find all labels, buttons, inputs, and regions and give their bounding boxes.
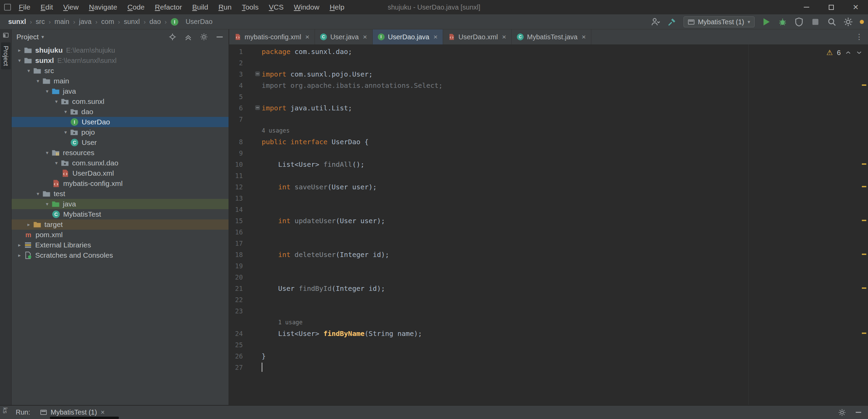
usage-hint[interactable]: 1 usage bbox=[262, 319, 303, 326]
chevron-right-icon[interactable]: ▸ bbox=[15, 47, 24, 53]
line-number[interactable]: 11 bbox=[229, 172, 243, 179]
panel-settings-gear-icon[interactable] bbox=[200, 33, 208, 41]
close-tab-icon[interactable]: × bbox=[363, 33, 367, 41]
line-number[interactable]: 8 bbox=[229, 138, 243, 146]
fold-column[interactable] bbox=[243, 136, 262, 147]
line-number[interactable]: 6 bbox=[229, 104, 243, 112]
fold-column[interactable] bbox=[243, 57, 262, 68]
breadcrumb-item[interactable]: dao bbox=[149, 18, 161, 26]
fold-column[interactable] bbox=[243, 204, 262, 215]
debug-icon[interactable] bbox=[778, 17, 787, 27]
tree-item-main[interactable]: ▾main bbox=[12, 76, 229, 86]
editor-tab-user-java[interactable]: CUser.java× bbox=[315, 29, 373, 44]
next-warning-icon[interactable] bbox=[856, 49, 863, 56]
chevron-down-icon[interactable]: ▾ bbox=[43, 88, 52, 94]
fold-column[interactable] bbox=[243, 260, 262, 271]
bottom-stripe-tab-fragment[interactable]: ks bbox=[1, 407, 9, 414]
warning-stripe-mark[interactable] bbox=[862, 186, 866, 187]
line-number[interactable]: 27 bbox=[229, 364, 243, 371]
chevron-right-icon[interactable]: ▸ bbox=[15, 252, 24, 258]
prev-warning-icon[interactable] bbox=[845, 49, 852, 56]
hide-runbar-icon[interactable] bbox=[856, 412, 861, 413]
chevron-down-icon[interactable]: ▾ bbox=[33, 78, 42, 84]
fold-column[interactable] bbox=[243, 339, 262, 350]
fold-column[interactable] bbox=[243, 328, 262, 339]
line-number[interactable]: 13 bbox=[229, 194, 243, 202]
fold-column[interactable] bbox=[243, 113, 262, 125]
warning-stripe-mark[interactable] bbox=[862, 254, 866, 255]
close-button[interactable]: × bbox=[843, 0, 868, 14]
line-number[interactable]: 24 bbox=[229, 330, 243, 337]
close-icon[interactable]: × bbox=[101, 408, 105, 416]
tree-item-java[interactable]: ▾java bbox=[12, 199, 229, 209]
warning-stripe-mark[interactable] bbox=[862, 333, 866, 334]
close-tab-icon[interactable]: × bbox=[502, 33, 506, 41]
error-stripe[interactable] bbox=[862, 44, 867, 405]
chevron-down-icon[interactable]: ▾ bbox=[61, 109, 70, 115]
line-number[interactable]: 18 bbox=[229, 251, 243, 258]
hide-panel-icon[interactable] bbox=[216, 33, 224, 41]
tree-item-java[interactable]: ▾java bbox=[12, 86, 229, 96]
menu-file[interactable]: File bbox=[14, 0, 36, 14]
chevron-right-icon[interactable]: ▸ bbox=[24, 221, 33, 228]
tree-item-pojo[interactable]: ▾pojo bbox=[12, 127, 229, 137]
line-number[interactable]: 12 bbox=[229, 183, 243, 191]
breadcrumb-item[interactable]: sunxl bbox=[8, 18, 26, 26]
tree-item-userdao-xml[interactable]: UserDao.xml bbox=[12, 168, 229, 178]
close-tab-icon[interactable]: × bbox=[582, 33, 586, 41]
line-number[interactable]: 26 bbox=[229, 352, 243, 360]
line-number[interactable]: 25 bbox=[229, 341, 243, 349]
breadcrumb-item[interactable]: java bbox=[79, 18, 92, 26]
chevron-down-icon[interactable]: ▾ bbox=[41, 34, 44, 40]
editor-tab-userdao-java[interactable]: IUserDao.java× bbox=[373, 29, 443, 44]
fold-column[interactable] bbox=[243, 80, 262, 91]
line-number[interactable]: 21 bbox=[229, 285, 243, 292]
fold-column[interactable] bbox=[243, 283, 262, 294]
fold-column[interactable] bbox=[243, 159, 262, 170]
menu-vcs[interactable]: VCS bbox=[264, 0, 289, 14]
stop-icon[interactable] bbox=[811, 17, 820, 27]
line-number[interactable]: 4 bbox=[229, 82, 243, 89]
chevron-down-icon[interactable]: ▾ bbox=[43, 150, 52, 156]
menu-code[interactable]: Code bbox=[122, 0, 150, 14]
maximize-button[interactable] bbox=[819, 0, 843, 14]
collapse-all-icon[interactable] bbox=[184, 33, 192, 41]
tree-item-dao[interactable]: ▾dao bbox=[12, 107, 229, 117]
fold-column[interactable] bbox=[243, 170, 262, 181]
line-number[interactable]: 22 bbox=[229, 296, 243, 303]
fold-column[interactable] bbox=[243, 316, 262, 328]
tab-options-icon[interactable]: ⋮ bbox=[855, 29, 868, 44]
tree-item-com-sunxl[interactable]: ▾com.sunxl bbox=[12, 96, 229, 107]
line-number[interactable]: 9 bbox=[229, 149, 243, 157]
warning-stripe-mark[interactable] bbox=[862, 220, 866, 221]
close-tab-icon[interactable]: × bbox=[305, 33, 309, 41]
tree-item-scratches-and-consoles[interactable]: ▸Scratches and Consoles bbox=[12, 250, 229, 260]
notifications-icon[interactable] bbox=[860, 20, 864, 24]
project-stripe-tab[interactable]: Project bbox=[1, 42, 11, 69]
line-number[interactable]: 1 bbox=[229, 48, 243, 55]
fold-column[interactable] bbox=[243, 91, 262, 102]
chevron-down-icon[interactable]: ▾ bbox=[52, 160, 61, 166]
menu-window[interactable]: Window bbox=[289, 0, 325, 14]
line-number[interactable]: 10 bbox=[229, 161, 243, 168]
run-config-select[interactable]: MybatisTest (1) ▾ bbox=[684, 16, 755, 27]
run-console-tab[interactable]: MybatisTest (1) × bbox=[40, 408, 105, 416]
warning-count[interactable]: 6 bbox=[837, 49, 841, 57]
fold-column[interactable] bbox=[243, 68, 262, 80]
code-lines[interactable]: 1package com.sunxl.dao;23import com.sunx… bbox=[229, 46, 860, 373]
menu-navigate[interactable]: Navigate bbox=[84, 0, 122, 14]
fold-column[interactable] bbox=[243, 102, 262, 113]
fold-column[interactable] bbox=[243, 249, 262, 260]
line-number[interactable]: 14 bbox=[229, 206, 243, 213]
chevron-down-icon[interactable]: ▾ bbox=[24, 68, 33, 74]
chevron-down-icon[interactable]: ▾ bbox=[52, 98, 61, 105]
fold-column[interactable] bbox=[243, 215, 262, 226]
editor-tab-mybatis-config-xml[interactable]: mybatis-config.xml× bbox=[229, 29, 315, 44]
code-with-me-icon[interactable] bbox=[651, 17, 660, 27]
fold-column[interactable] bbox=[243, 181, 262, 192]
menu-view[interactable]: View bbox=[58, 0, 84, 14]
fold-column[interactable] bbox=[243, 362, 262, 373]
settings-gear-icon[interactable] bbox=[843, 17, 853, 27]
code-editor[interactable]: ⚠ 6 1package com.sunxl.dao;23import com.… bbox=[229, 44, 868, 405]
tree-item-mybatistest[interactable]: CMybatisTest bbox=[12, 209, 229, 219]
